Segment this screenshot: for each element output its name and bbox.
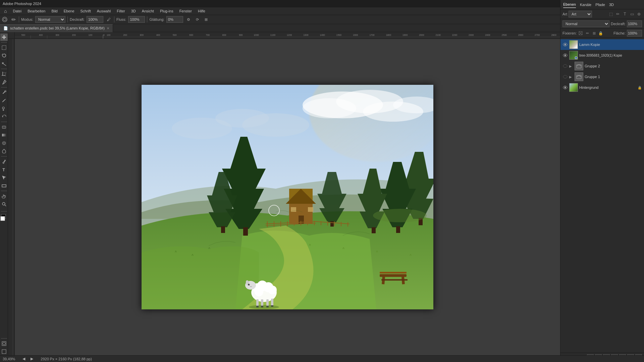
menu-ansicht[interactable]: Ansicht — [139, 8, 157, 14]
active-tab[interactable]: 📄 schatten erstellen.psdc bei 39,5% (Lam… — [0, 24, 113, 32]
layer-row-gruppe2[interactable]: ▶ Gruppe 2 — [560, 61, 644, 71]
svg-text:1400: 1400 — [320, 34, 325, 37]
lasso-tool-button[interactable] — [0, 52, 8, 59]
fluss-input[interactable] — [128, 16, 145, 23]
gruppe2-arrow[interactable]: ▶ — [569, 64, 573, 68]
layer-row-gruppe1[interactable]: ▶ Gruppe 1 — [560, 71, 644, 82]
blur-tool-button[interactable] — [0, 139, 8, 147]
clone-stamp-button[interactable] — [0, 105, 8, 112]
deckraft-icon[interactable]: 🖊 — [105, 16, 112, 23]
angle-icon[interactable]: ⟳ — [194, 16, 201, 23]
svg-point-72 — [303, 98, 356, 118]
glattung-input[interactable] — [166, 16, 183, 23]
menu-ebene[interactable]: Ebene — [61, 8, 77, 14]
lock-all-icon[interactable]: 🔒 — [598, 31, 603, 36]
glattung-settings-icon[interactable]: ⚙ — [185, 16, 192, 23]
burn-tool-button[interactable] — [0, 147, 8, 155]
lock-transparent-icon[interactable] — [578, 31, 583, 36]
svg-point-146 — [563, 75, 567, 78]
layer-row-lamm-kopie[interactable]: Lamm Kopie — [560, 39, 644, 50]
deckraft-input[interactable] — [87, 16, 103, 23]
svg-point-77 — [172, 118, 232, 139]
layer-type-icon[interactable]: T — [622, 11, 628, 17]
svg-text:2300: 2300 — [469, 34, 474, 37]
svg-text:1600: 1600 — [353, 34, 358, 37]
svg-text:1000: 1000 — [254, 34, 259, 37]
selection-rect-button[interactable] — [0, 44, 8, 51]
canvas-area[interactable]: 500 400 300 200 100 0 100 200 300 400 50… — [8, 32, 560, 355]
svg-text:300: 300 — [140, 34, 144, 37]
symmetry-icon[interactable]: ⊞ — [203, 16, 209, 23]
layer-visibility-gruppe2[interactable] — [562, 63, 568, 69]
svg-line-4 — [4, 64, 6, 66]
brush-tool-button[interactable] — [0, 97, 8, 104]
layer-thumb-gruppe2 — [575, 62, 583, 70]
svg-point-126 — [248, 284, 250, 286]
mask-mode-button[interactable] — [0, 340, 8, 347]
zoom-tool-button[interactable] — [0, 200, 8, 208]
menu-plugins[interactable]: Plug-ins — [157, 8, 176, 14]
layer-shape-icon[interactable]: ▭ — [629, 11, 635, 17]
opacity-input[interactable] — [627, 20, 642, 27]
gradient-tool-button[interactable] — [0, 131, 8, 139]
menu-fenster[interactable]: Fenster — [177, 8, 195, 14]
tab-kanale[interactable]: Kanäle — [580, 3, 591, 8]
layer-row-hintergrund[interactable]: Hintergrund 🔒 — [560, 82, 644, 93]
lock-artboard-icon[interactable]: ⊞ — [591, 31, 597, 36]
tab-ebenen[interactable]: Ebenen — [563, 2, 576, 8]
path-select-button[interactable] — [0, 174, 8, 181]
lock-image-icon[interactable]: ✏ — [585, 31, 590, 36]
text-tool-button[interactable]: T — [0, 166, 8, 173]
photo-canvas[interactable] — [15, 39, 560, 355]
layer-filter-row: Fixieren: ✏ ⊞ 🔒 Fläche: — [560, 29, 644, 38]
layer-row-tree-kopie[interactable]: tree-3095683_1920(1) Kopie — [560, 50, 644, 61]
menu-auswahl[interactable]: Auswahl — [94, 8, 114, 14]
status-arrows-left[interactable]: ◀ — [20, 356, 27, 362]
svg-rect-82 — [221, 226, 225, 233]
eraser-tool-button[interactable] — [0, 123, 8, 131]
layer-adjust-icon[interactable]: ✏ — [615, 11, 621, 17]
move-tool-button[interactable] — [0, 34, 8, 41]
home-icon[interactable]: ⌂ — [1, 8, 9, 14]
brush-hardness-icon[interactable]: ✏ — [10, 16, 17, 23]
tab-pfade[interactable]: Pfade — [595, 3, 605, 8]
options-bar: ✏ Modus: Normal Deckraft: 🖊 Fluss: Glätt… — [0, 15, 644, 24]
menu-bild[interactable]: Bild — [49, 8, 60, 14]
hand-tool-button[interactable] — [0, 192, 8, 200]
tab-close-button[interactable]: ✕ — [107, 26, 109, 30]
gruppe1-arrow[interactable]: ▶ — [569, 75, 573, 79]
healing-brush-button[interactable] — [0, 89, 8, 96]
pen-tool-button[interactable] — [0, 158, 8, 165]
layer-visibility-gruppe1[interactable] — [562, 74, 568, 79]
menu-schrift[interactable]: Schrift — [78, 8, 94, 14]
app-title: Adobe Photoshop 2024 — [3, 2, 41, 6]
layer-visibility-lamm-kopie[interactable] — [562, 42, 568, 47]
layer-smart-icon[interactable]: ⊛ — [636, 11, 642, 17]
art-select[interactable]: Art — [569, 11, 592, 17]
color-swatches[interactable] — [0, 214, 8, 222]
modus-select[interactable]: Normal — [35, 16, 65, 23]
menu-hilfe[interactable]: Hilfe — [195, 8, 208, 14]
screen-mode-button[interactable] — [0, 348, 8, 355]
layers-list[interactable]: Lamm Kopie tree-3095683_1920(1) Kopie — [560, 38, 644, 353]
crop-tool-button[interactable] — [0, 70, 8, 78]
menu-datei[interactable]: Datei — [10, 8, 24, 14]
shape-tool-button[interactable] — [0, 182, 8, 189]
layer-pixel-icon[interactable]: ⬚ — [608, 11, 614, 17]
tab-3d[interactable]: 3D — [609, 3, 614, 8]
brush-options-icon[interactable] — [1, 16, 8, 23]
layer-visibility-hintergrund[interactable] — [562, 85, 568, 90]
blend-mode-select[interactable]: Normal — [562, 20, 609, 27]
svg-text:2700: 2700 — [535, 34, 540, 37]
menu-filter[interactable]: Filter — [114, 8, 127, 14]
eyedropper-button[interactable] — [0, 78, 8, 86]
menu-3d[interactable]: 3D — [128, 8, 139, 14]
menu-bearbeiten[interactable]: Bearbeiten — [25, 8, 48, 14]
svg-text:400: 400 — [156, 34, 160, 37]
layer-visibility-tree-kopie[interactable] — [562, 53, 568, 58]
fill-input[interactable] — [627, 30, 642, 37]
magic-wand-button[interactable] — [0, 60, 8, 67]
svg-point-143 — [565, 55, 566, 56]
history-brush-button[interactable] — [0, 113, 8, 120]
status-arrows-right[interactable]: ▶ — [29, 356, 35, 362]
